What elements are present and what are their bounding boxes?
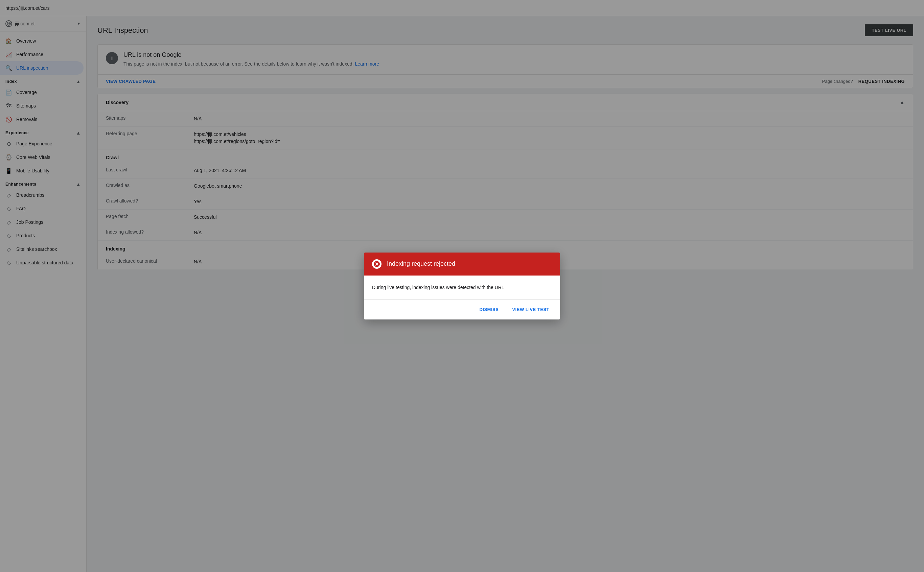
modal-overlay: Indexing request rejected During live te… [0,0,924,572]
indexing-rejected-modal: Indexing request rejected During live te… [364,253,560,319]
view-live-test-button[interactable]: VIEW LIVE TEST [507,303,555,316]
modal-header: Indexing request rejected [364,253,560,275]
modal-body-text: During live testing, indexing issues wer… [372,284,552,291]
modal-body: During live testing, indexing issues wer… [364,275,560,300]
modal-title: Indexing request rejected [387,260,455,267]
modal-footer: DISMISS VIEW LIVE TEST [364,300,560,319]
dismiss-button[interactable]: DISMISS [474,303,504,316]
modal-error-icon [372,259,381,269]
